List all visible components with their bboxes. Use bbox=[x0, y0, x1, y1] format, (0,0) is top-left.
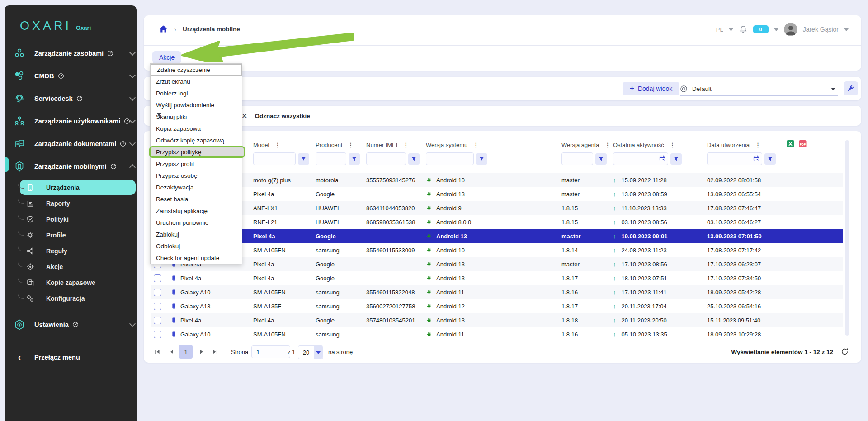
table-row[interactable]: Pixel 4aPixel 4aGoogleAndroid 131.8.17↑1… bbox=[151, 271, 843, 285]
user-caret-icon[interactable] bbox=[844, 28, 849, 31]
table-row[interactable]: Galaxy A13SM-A135Fsamsung356002720127758… bbox=[151, 299, 843, 313]
filter-input[interactable] bbox=[254, 153, 295, 165]
row-checkbox[interactable] bbox=[154, 303, 161, 310]
add-view-button[interactable]: + Dodaj widok bbox=[623, 82, 679, 95]
table-scrollbar[interactable] bbox=[845, 140, 849, 336]
breadcrumb-link[interactable]: Urządzenia mobilne bbox=[183, 26, 240, 33]
filter-button[interactable] bbox=[349, 153, 360, 165]
actions-menu-item[interactable]: Odblokuj bbox=[151, 240, 242, 252]
sidebar-subitem-polityki[interactable]: Polityki bbox=[5, 211, 137, 227]
deselect-all[interactable]: ✕ Odznacz wszystkie bbox=[241, 106, 310, 126]
first-page-button[interactable] bbox=[152, 345, 163, 359]
table-row[interactable]: Pixel 4aPixel 4aGoogle357480103545201And… bbox=[151, 313, 843, 327]
table-row[interactable]: SM-A105FNsamsung355460115533009Android 1… bbox=[151, 243, 843, 257]
actions-menu-item[interactable]: Odtwórz kopię zapasową bbox=[151, 134, 242, 146]
row-checkbox[interactable] bbox=[154, 274, 161, 282]
column-header-label: Wersja systemu bbox=[426, 142, 467, 148]
sidebar-item-zarzadzanie-mobilnymi[interactable]: Zarządzanie mobilnymi bbox=[5, 155, 137, 178]
table-row[interactable]: moto g(7) plusmotorola355575093145276And… bbox=[151, 173, 843, 187]
sidebar-subitem-regu-y[interactable]: Reguły bbox=[5, 243, 137, 259]
filter-button[interactable] bbox=[476, 153, 487, 165]
table-row[interactable]: ANE-LX1HUAWEI863411044053820Android 91.8… bbox=[151, 201, 843, 215]
filter-button[interactable] bbox=[298, 153, 309, 165]
actions-menu-item[interactable]: Zdalne czyszczenie bbox=[151, 64, 242, 76]
sidebar-subitem-profile[interactable]: Profile bbox=[5, 227, 137, 243]
export-excel-icon[interactable] bbox=[786, 139, 795, 148]
filter-input[interactable] bbox=[562, 153, 593, 165]
table-row[interactable]: Pixel 4aGoogleAndroid 13master↑13.09.202… bbox=[151, 187, 843, 201]
bell-icon[interactable] bbox=[739, 25, 748, 34]
active-filter-funnel-icon bbox=[156, 111, 163, 118]
column-menu-icon[interactable]: ⋮ bbox=[348, 142, 354, 148]
actions-menu-item[interactable]: Dezaktywacja bbox=[151, 181, 242, 193]
actions-menu-item[interactable]: Skanuj pliki bbox=[151, 111, 242, 123]
calendar-icon[interactable] bbox=[659, 155, 666, 162]
calendar-icon[interactable] bbox=[753, 155, 760, 162]
column-menu-icon[interactable]: ⋮ bbox=[403, 142, 409, 148]
next-page-button[interactable] bbox=[196, 345, 207, 359]
table-row[interactable]: RNE-L21HUAWEI868598035361538Android 8.0.… bbox=[151, 215, 843, 229]
actions-menu-item[interactable]: Check for agent update bbox=[151, 252, 242, 264]
filter-input[interactable] bbox=[426, 153, 473, 165]
row-checkbox[interactable] bbox=[154, 331, 161, 338]
sidebar-item-cmdb[interactable]: CMDB bbox=[5, 65, 137, 87]
sidebar-item-zarzadzanie-uzytkownikami[interactable]: Zarządzanie użytkownikami bbox=[5, 110, 137, 132]
actions-menu-item[interactable]: Przypisz osobę bbox=[151, 170, 242, 181]
current-page-button[interactable]: 1 bbox=[179, 345, 193, 359]
android-icon bbox=[426, 331, 433, 337]
actions-menu-item[interactable]: Przypisz profil bbox=[151, 158, 242, 170]
actions-menu-item[interactable]: Uruchom ponownie bbox=[151, 217, 242, 228]
language-caret-icon[interactable] bbox=[729, 28, 733, 31]
actions-menu-item[interactable]: Kopia zapasowa bbox=[151, 123, 242, 134]
view-settings-button[interactable] bbox=[844, 81, 858, 95]
filter-button[interactable] bbox=[670, 153, 682, 165]
sidebar-item-zarzadzanie-dokumentami[interactable]: Zarządzanie dokumentami bbox=[5, 132, 137, 155]
column-menu-icon[interactable]: ⋮ bbox=[274, 142, 280, 148]
language-selector[interactable]: PL bbox=[716, 26, 723, 33]
sidebar-subitem-akcje[interactable]: Akcje bbox=[5, 259, 137, 274]
actions-button[interactable]: Akcje bbox=[152, 51, 181, 63]
column-menu-icon[interactable]: ⋮ bbox=[473, 142, 479, 148]
sidebar-item-servicedesk[interactable]: Servicedesk bbox=[5, 87, 137, 110]
sidebar-item-zarzadzanie-zasobami[interactable]: Zarządzanie zasobami bbox=[5, 42, 137, 65]
sidebar-toggle-menu[interactable]: ‹ Przełącz menu bbox=[5, 346, 137, 369]
row-checkbox[interactable] bbox=[154, 289, 161, 296]
sidebar-subitem-konfiguracja[interactable]: Konfiguracja bbox=[5, 290, 137, 306]
page-input[interactable] bbox=[251, 345, 290, 358]
table-row[interactable]: Pixel 4aPixel 4aGoogleAndroid 13master↑1… bbox=[151, 257, 843, 271]
sidebar-item-ustawienia[interactable]: Ustawienia bbox=[5, 313, 137, 336]
notification-badge[interactable]: 0 bbox=[753, 25, 769, 33]
user-name[interactable]: Jarek Gąsior bbox=[803, 26, 839, 33]
filter-button[interactable] bbox=[764, 153, 776, 165]
per-page-select[interactable]: 20 bbox=[298, 345, 323, 359]
notification-caret-icon[interactable] bbox=[774, 28, 778, 31]
sidebar-subitem-raporty[interactable]: Raporty bbox=[5, 195, 137, 211]
actions-menu-item[interactable]: Pobierz logi bbox=[151, 87, 242, 99]
last-page-button[interactable] bbox=[210, 345, 221, 359]
actions-menu-item[interactable]: Zablokuj bbox=[151, 228, 242, 240]
table-row[interactable]: Galaxy A10SM-A105FNsamsung35546011582204… bbox=[151, 285, 843, 299]
row-checkbox[interactable] bbox=[154, 317, 161, 324]
actions-menu-item[interactable]: Zrzut ekranu bbox=[151, 76, 242, 87]
view-selector[interactable]: Default bbox=[680, 82, 838, 96]
actions-menu-item[interactable]: Reset hasła bbox=[151, 193, 242, 205]
sidebar-subitem-kopie-zapasowe[interactable]: Kopie zapasowe bbox=[5, 274, 137, 290]
avatar[interactable] bbox=[784, 23, 797, 36]
column-menu-icon[interactable]: ⋮ bbox=[755, 142, 761, 148]
actions-menu-item[interactable]: Wyślij powiadomienie bbox=[151, 99, 242, 111]
column-menu-icon[interactable]: ⋮ bbox=[605, 142, 611, 148]
table-row[interactable]: ✓Pixel 4aGoogleAndroid 13master↑19.09.20… bbox=[151, 229, 843, 243]
filter-input[interactable] bbox=[316, 153, 346, 165]
column-menu-icon[interactable]: ⋮ bbox=[670, 142, 675, 148]
export-pdf-icon[interactable]: PDF bbox=[798, 139, 807, 148]
filter-button[interactable] bbox=[408, 153, 420, 165]
refresh-icon[interactable] bbox=[841, 348, 849, 355]
home-icon[interactable] bbox=[159, 25, 168, 33]
sidebar-subitem-urz-dzenia[interactable]: Urządzenia bbox=[20, 180, 136, 195]
filter-button[interactable] bbox=[595, 153, 607, 165]
table-row[interactable]: Galaxy A10SM-A105FNsamsungAndroid 111.8.… bbox=[151, 327, 843, 341]
filter-input[interactable] bbox=[367, 153, 406, 165]
prev-page-button[interactable] bbox=[166, 345, 177, 359]
actions-menu-item[interactable]: Zainstaluj aplikację bbox=[151, 205, 242, 217]
actions-menu-item[interactable]: Przypisz politykę bbox=[149, 146, 245, 158]
